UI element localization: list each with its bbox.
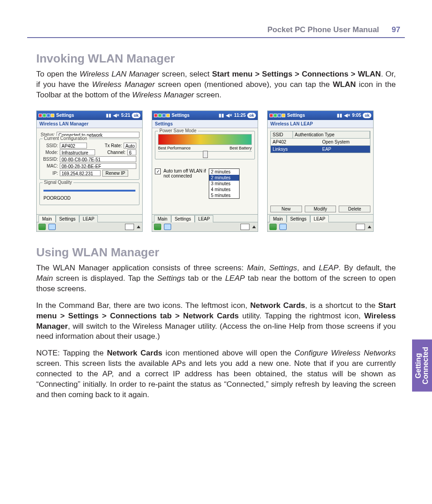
wireless-manager-icon[interactable] (48, 224, 56, 230)
start-icon[interactable] (38, 114, 54, 117)
ok-button[interactable]: ok (363, 113, 371, 118)
start-icon[interactable] (154, 114, 170, 117)
screen-title: Wireless LAN Manager (37, 120, 142, 128)
keyboard-icon[interactable] (356, 224, 365, 230)
screen-title: Settings (152, 120, 258, 128)
keyboard-icon[interactable] (240, 224, 250, 230)
paragraph: To open the Wireless LAN Manager screen,… (36, 69, 396, 101)
tab-main[interactable]: Main (269, 215, 287, 222)
channel-field: 6 (127, 149, 136, 155)
txrate-field: Auto (124, 143, 136, 149)
screen-title: Wireless LAN LEAP (268, 120, 373, 128)
ok-button[interactable]: ok (132, 113, 140, 118)
auto-off-checkbox[interactable]: ✓ (155, 168, 161, 174)
section-heading-invoking: Invoking WLAN Manager (36, 52, 396, 66)
paragraph: The WLAN Manager application consists of… (36, 263, 396, 294)
network-cards-icon[interactable] (38, 224, 46, 230)
group-current-config: Current Configuration (43, 136, 89, 141)
start-icon[interactable] (269, 114, 285, 117)
screenshot-wlan-leap: Settings ▮▮◀× 9:05 ok Wireless LAN LEAP … (267, 110, 374, 232)
tab-leap[interactable]: LEAP (195, 215, 214, 222)
manual-title: Pocket PC Phone User Manual (268, 25, 379, 34)
wireless-manager-icon[interactable] (279, 224, 287, 230)
menu-up-icon[interactable] (368, 226, 371, 228)
tab-settings[interactable]: Settings (56, 215, 79, 222)
modify-button[interactable]: Modify (305, 206, 336, 212)
group-power-save: Power Save Mode (158, 128, 198, 133)
page-number: 97 (392, 25, 400, 34)
group-signal-quality: Signal Quality (43, 180, 73, 185)
ssid-field: AP402 (60, 143, 87, 149)
power-slider[interactable] (158, 151, 252, 157)
signal-icon: ▮▮ (106, 113, 111, 118)
keyboard-icon[interactable] (125, 224, 134, 230)
bar-app: Settings (56, 113, 74, 118)
mac-field: 08-00-28-32-BE-EF (60, 163, 136, 169)
auto-off-dropdown[interactable]: 2 minutes 2 minutes 3 minutes 4 minutes … (209, 168, 240, 199)
table-row[interactable]: LinksysEAP (270, 146, 370, 153)
screenshot-wlan-main: Settings ▮▮ ◀× 5:21 ok Wireless LAN Mana… (36, 110, 143, 232)
screenshot-wlan-settings: Settings ▮▮◀× 11:25 ok Settings Power Sa… (152, 110, 258, 232)
tab-leap[interactable]: LEAP (79, 215, 98, 222)
menu-up-icon[interactable] (252, 226, 256, 228)
tab-main[interactable]: Main (38, 215, 56, 222)
tab-leap[interactable]: LEAP (310, 215, 329, 222)
chapter-tab: GettingConnected (412, 340, 432, 392)
menu-up-icon[interactable] (137, 226, 140, 228)
wireless-manager-icon[interactable] (164, 224, 171, 230)
table-row[interactable]: AP402Open System (270, 139, 370, 146)
paragraph: In the Command Bar, there are two icons.… (36, 301, 396, 342)
sound-icon: ◀× (113, 113, 120, 118)
leap-table[interactable]: SSIDAuthentication Type AP402Open System… (270, 131, 370, 153)
renew-ip-button[interactable]: Renew IP (102, 170, 128, 177)
network-cards-icon[interactable] (154, 224, 161, 230)
network-cards-icon[interactable] (269, 224, 277, 230)
ip-field: 169.254.82.231 (60, 170, 101, 176)
bssid-field: 00-80-C8-00-7E-51 (60, 156, 136, 162)
paragraph-note: NOTE: Tapping the Network Cards icon men… (36, 348, 396, 400)
power-gradient (158, 134, 252, 145)
mode-field: Infrastructure (60, 149, 95, 155)
new-button[interactable]: New (270, 206, 302, 212)
delete-button[interactable]: Delete (339, 206, 370, 212)
page-header: Pocket PC Phone User Manual 97 (27, 25, 405, 38)
clock: 5:21 (121, 113, 130, 118)
tab-settings[interactable]: Settings (287, 215, 310, 222)
section-heading-using: Using WLAN Manager (36, 245, 396, 259)
tab-settings[interactable]: Settings (171, 215, 195, 222)
tab-main[interactable]: Main (154, 215, 171, 222)
ok-button[interactable]: ok (247, 113, 256, 118)
